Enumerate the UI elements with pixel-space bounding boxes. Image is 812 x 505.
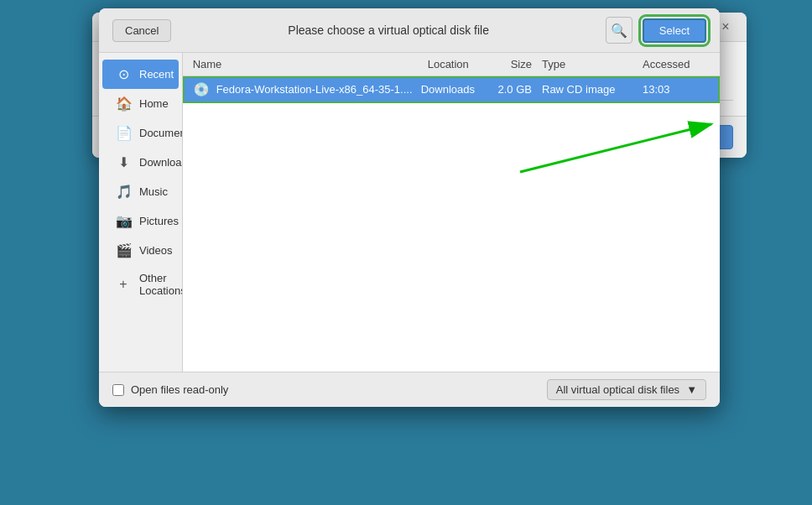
column-header-name: Name xyxy=(193,58,428,70)
search-icon: 🔍 xyxy=(611,23,627,39)
file-sidebar: ⊙ Recent 🏠 Home 📄 Documents ⬇ Downloads … xyxy=(99,53,183,372)
sidebar-item-pictures[interactable]: 📷 Pictures xyxy=(102,206,179,236)
sidebar-item-music-label: Music xyxy=(139,185,168,198)
file-name-cell: 💿 Fedora-Workstation-Live-x86_64-35-1...… xyxy=(193,81,421,97)
column-header-size: Size xyxy=(475,58,542,70)
file-dialog-body: ⊙ Recent 🏠 Home 📄 Documents ⬇ Downloads … xyxy=(99,53,720,372)
settings-close-button[interactable]: × xyxy=(718,19,733,34)
sidebar-item-home[interactable]: 🏠 Home xyxy=(102,89,179,118)
sidebar-item-home-label: Home xyxy=(139,97,169,110)
documents-icon: 📄 xyxy=(116,125,131,141)
readonly-label: Open files read-only xyxy=(131,383,228,396)
select-button[interactable]: Select xyxy=(643,18,706,43)
file-list-header: Name Location Size Type Accessed xyxy=(183,53,720,76)
file-type-cell: Raw CD image xyxy=(542,83,643,96)
sidebar-item-documents-label: Documents xyxy=(139,127,183,139)
sidebar-item-videos[interactable]: 🎬 Videos xyxy=(102,236,179,265)
table-row[interactable]: 💿 Fedora-Workstation-Live-x86_64-35-1...… xyxy=(183,76,720,103)
cancel-button[interactable]: Cancel xyxy=(112,19,171,42)
sidebar-item-videos-label: Videos xyxy=(139,244,173,257)
other-locations-icon: + xyxy=(116,277,131,292)
filter-dropdown[interactable]: All virtual optical disk files ▼ xyxy=(547,379,706,400)
file-chooser-dialog: Cancel Please choose a virtual optical d… xyxy=(99,8,720,407)
videos-icon: 🎬 xyxy=(116,242,131,258)
file-size-cell: 2.0 GB xyxy=(475,83,542,96)
recent-icon: ⊙ xyxy=(116,66,131,82)
sidebar-item-downloads[interactable]: ⬇ Downloads xyxy=(102,148,179,177)
sidebar-item-documents[interactable]: 📄 Documents xyxy=(102,118,179,148)
readonly-check: Open files read-only xyxy=(112,383,228,396)
sidebar-item-recent-label: Recent xyxy=(139,68,174,81)
readonly-checkbox[interactable] xyxy=(112,384,124,396)
home-icon: 🏠 xyxy=(116,96,131,112)
file-accessed-cell: 13:03 xyxy=(643,83,710,96)
file-name-text: Fedora-Workstation-Live-x86_64-35-1.... xyxy=(216,83,413,96)
file-dialog-footer: Open files read-only All virtual optical… xyxy=(99,372,720,407)
file-list-area: Name Location Size Type Accessed 💿 Fedor… xyxy=(183,53,720,372)
filter-label: All virtual optical disk files xyxy=(556,383,679,396)
pictures-icon: 📷 xyxy=(116,213,131,229)
sidebar-item-music[interactable]: 🎵 Music xyxy=(102,177,179,206)
column-header-location: Location xyxy=(428,58,475,70)
sidebar-item-downloads-label: Downloads xyxy=(139,156,183,169)
search-button[interactable]: 🔍 xyxy=(606,17,632,44)
sidebar-item-other-locations-label: Other Locations xyxy=(139,272,183,297)
file-dialog-title: Please choose a virtual optical disk fil… xyxy=(181,23,595,37)
sidebar-item-pictures-label: Pictures xyxy=(139,215,179,227)
column-header-type: Type xyxy=(542,58,643,70)
dropdown-icon: ▼ xyxy=(686,383,697,396)
file-type-icon: 💿 xyxy=(193,81,210,97)
file-list: 💿 Fedora-Workstation-Live-x86_64-35-1...… xyxy=(183,76,720,372)
column-header-accessed: Accessed xyxy=(643,58,710,70)
sidebar-item-other-locations[interactable]: + Other Locations xyxy=(102,265,179,304)
sidebar-item-recent[interactable]: ⊙ Recent xyxy=(102,60,179,89)
file-dialog-header: Cancel Please choose a virtual optical d… xyxy=(99,8,720,53)
music-icon: 🎵 xyxy=(116,184,131,200)
file-location-cell: Downloads xyxy=(421,83,475,96)
downloads-icon: ⬇ xyxy=(116,154,131,170)
